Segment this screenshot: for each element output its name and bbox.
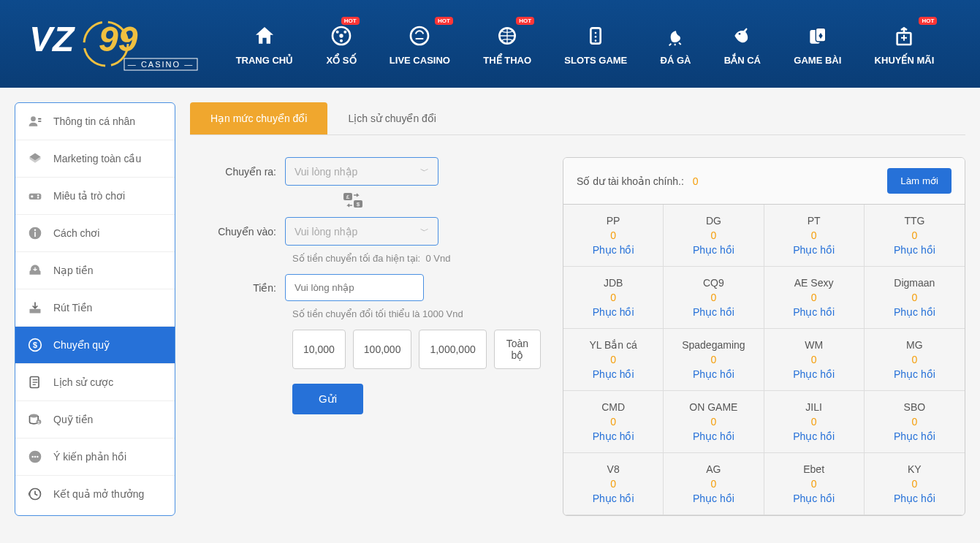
provider-balance: 0 — [770, 229, 858, 241]
svg-point-9 — [340, 39, 343, 42]
sidebar-item-1[interactable]: Marketing toàn cầu — [15, 140, 175, 178]
provider-name: WM — [770, 339, 858, 351]
nav-label: LIVE CASINO — [390, 55, 450, 66]
nav-item-5[interactable]: ĐÁ GÀ — [655, 23, 697, 66]
provider-balance: 0 — [669, 478, 757, 490]
amount-preset-2[interactable]: 1,000,000 — [419, 330, 486, 369]
nav-label: BẮN CÁ — [724, 55, 761, 66]
sidebar-item-3[interactable]: Cách chơi — [15, 215, 175, 252]
sidebar-item-4[interactable]: Nạp tiền — [15, 252, 175, 289]
restore-link[interactable]: Phục hồi — [569, 244, 657, 256]
to-select[interactable]: Vui lòng nhập ﹀ — [285, 217, 438, 246]
nav-icon — [729, 23, 756, 49]
main-nav: TRANG CHỦHOTXỔ SỐHOTLIVE CASINOHOTTHỂ TH… — [219, 23, 951, 66]
amount-preset-3[interactable]: Toàn bộ — [494, 330, 541, 369]
restore-link[interactable]: Phục hồi — [770, 244, 858, 256]
sidebar-icon — [27, 374, 43, 390]
nav-label: XỔ SỐ — [327, 55, 357, 66]
nav-item-7[interactable]: GAME BÀI — [788, 23, 847, 66]
chevron-down-icon: ﹀ — [420, 165, 429, 178]
sidebar-item-label: Lịch sử cược — [53, 376, 113, 388]
nav-item-3[interactable]: HOTTHỂ THAO — [477, 23, 537, 66]
transfer-form: Chuyển ra: Vui lòng nhập ﹀ £ $ — [190, 157, 541, 516]
sidebar-item-7[interactable]: Lịch sử cược — [15, 364, 175, 401]
sidebar-item-5[interactable]: Rút Tiền — [15, 289, 175, 327]
nav-item-4[interactable]: SLOTS GAME — [558, 23, 633, 66]
sidebar-icon — [27, 151, 43, 167]
restore-link[interactable]: Phục hồi — [669, 493, 757, 504]
restore-link[interactable]: Phục hồi — [770, 430, 858, 442]
amount-input[interactable] — [285, 274, 424, 301]
restore-link[interactable]: Phục hồi — [870, 493, 959, 504]
from-label: Chuyển ra: — [212, 166, 285, 178]
restore-link[interactable]: Phục hồi — [870, 368, 959, 380]
sidebar-item-label: Chuyển quỹ — [53, 339, 110, 351]
provider-balance: 0 — [870, 354, 959, 365]
restore-link[interactable]: Phục hồi — [669, 368, 757, 380]
restore-link[interactable]: Phục hồi — [669, 430, 757, 442]
sidebar-item-label: Nạp tiền — [53, 265, 94, 276]
sidebar-item-6[interactable]: $Chuyển quỹ — [15, 327, 175, 364]
svg-text:£: £ — [346, 194, 350, 200]
main-header: VZ 99 — CASINO — TRANG CHỦHOTXỔ SỐHOTLIV… — [0, 0, 980, 88]
min-amount-info: Số tiền chuyển đổi tối thiểu là 1000 Vnd — [292, 308, 541, 319]
sidebar-item-9[interactable]: Ý kiến phản hồi — [15, 438, 175, 476]
balance-cell: MG0Phục hồi — [865, 329, 965, 391]
restore-link[interactable]: Phục hồi — [770, 493, 858, 504]
svg-point-27 — [34, 229, 37, 232]
svg-point-36 — [31, 456, 34, 458]
sidebar-item-label: Quỹ tiền — [53, 414, 93, 425]
logo[interactable]: VZ 99 — CASINO — — [29, 15, 219, 73]
from-select[interactable]: Vui lòng nhập ﹀ — [285, 157, 438, 186]
amount-preset-0[interactable]: 10,000 — [292, 330, 346, 369]
restore-link[interactable]: Phục hồi — [870, 306, 959, 318]
sidebar-icon — [27, 262, 43, 278]
to-label: Chuyển vào: — [212, 226, 285, 238]
svg-point-6 — [339, 34, 343, 37]
sidebar: Thông tin cá nhânMarketing toàn cầuMiêu … — [15, 102, 175, 516]
svg-text:VZ: VZ — [29, 20, 75, 58]
restore-link[interactable]: Phục hồi — [870, 430, 959, 442]
tab-1[interactable]: Lịch sử chuyển đổi — [327, 102, 457, 134]
sidebar-item-10[interactable]: Kết quả mở thưởng — [15, 476, 175, 512]
svg-rect-26 — [34, 232, 36, 237]
sidebar-icon — [27, 486, 43, 502]
restore-link[interactable]: Phục hồi — [569, 430, 657, 442]
sidebar-icon — [27, 225, 43, 241]
balance-header-value: 0 — [693, 175, 699, 187]
sidebar-icon: $ — [27, 411, 43, 428]
sidebar-item-0[interactable]: Thông tin cá nhân — [15, 103, 175, 140]
restore-link[interactable]: Phục hồi — [569, 306, 657, 318]
restore-link[interactable]: Phục hồi — [569, 368, 657, 380]
submit-button[interactable]: Gửi — [292, 384, 363, 414]
from-select-placeholder: Vui lòng nhập — [295, 166, 357, 178]
restore-link[interactable]: Phục hồi — [870, 244, 959, 256]
sidebar-item-2[interactable]: Miêu tả trò chơi — [15, 178, 175, 215]
restore-link[interactable]: Phục hồi — [669, 306, 757, 318]
balance-cell: TTG0Phục hồi — [865, 205, 965, 267]
balance-cell: Ebet0Phục hồi — [764, 453, 865, 515]
restore-link[interactable]: Phục hồi — [569, 493, 657, 504]
nav-item-0[interactable]: TRANG CHỦ — [230, 23, 300, 66]
sidebar-item-label: Marketing toàn cầu — [53, 153, 141, 164]
amount-preset-1[interactable]: 100,000 — [353, 330, 412, 369]
nav-item-2[interactable]: HOTLIVE CASINO — [384, 23, 456, 66]
restore-link[interactable]: Phục hồi — [669, 244, 757, 256]
sidebar-item-label: Rút Tiền — [53, 302, 92, 314]
refresh-button[interactable]: Làm mới — [887, 168, 951, 194]
sidebar-item-8[interactable]: $Quỹ tiền — [15, 401, 175, 438]
restore-link[interactable]: Phục hồi — [770, 368, 858, 380]
nav-label: TRANG CHỦ — [236, 55, 294, 66]
amount-presets: 10,000100,0001,000,000Toàn bộ — [292, 330, 541, 369]
restore-link[interactable]: Phục hồi — [770, 306, 858, 318]
swap-icon[interactable]: £ $ — [343, 193, 541, 211]
balance-panel: Số dư tài khoản chính.: 0 Làm mới PP0Phụ… — [563, 157, 965, 516]
nav-item-8[interactable]: HOTKHUYẾN MÃI — [869, 23, 941, 66]
nav-item-1[interactable]: HOTXỔ SỐ — [321, 23, 362, 66]
tab-0[interactable]: Hạn mức chuyển đổi — [190, 102, 327, 134]
sidebar-item-label: Kết quả mở thưởng — [53, 488, 144, 500]
provider-name: PP — [569, 215, 657, 227]
balance-cell: YL Bắn cá0Phục hồi — [563, 329, 664, 391]
nav-icon — [494, 23, 520, 49]
nav-item-6[interactable]: BẮN CÁ — [718, 23, 767, 66]
